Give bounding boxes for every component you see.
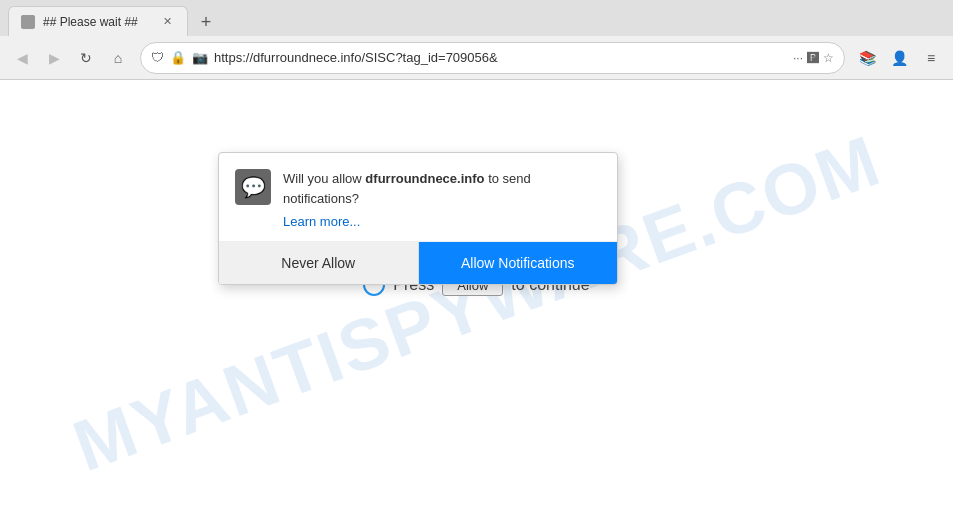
more-button[interactable]: ≡: [917, 44, 945, 72]
url-display[interactable]: https://dfurroundnece.info/SISC?tag_id=7…: [214, 50, 787, 65]
forward-button[interactable]: ▶: [40, 44, 68, 72]
new-tab-button[interactable]: +: [192, 8, 220, 36]
popup-chat-icon: 💬: [235, 169, 271, 205]
library-button[interactable]: 📚: [853, 44, 881, 72]
star-icon[interactable]: ☆: [823, 51, 834, 65]
lock-icon: 🔒: [170, 50, 186, 65]
popup-text-area: Will you allow dfurroundnece.info to sen…: [283, 169, 601, 229]
tab-title: ## Please wait ##: [43, 15, 151, 29]
security-icon: 🛡: [151, 50, 164, 65]
toolbar-right-icons: 📚 👤 ≡: [853, 44, 945, 72]
page-content: MYANTISPYWARE.COM ✓ Analyzing browser in…: [0, 80, 953, 525]
never-allow-button[interactable]: Never Allow: [219, 242, 419, 284]
back-button[interactable]: ◀: [8, 44, 36, 72]
tab-bar: ## Please wait ## ✕ +: [0, 0, 953, 36]
browser-window: ## Please wait ## ✕ + ◀ ▶ ↻ ⌂ 🛡 🔒 📷 http…: [0, 0, 953, 525]
pocket-icon[interactable]: 🅿: [807, 51, 819, 65]
home-button[interactable]: ⌂: [104, 44, 132, 72]
notification-popup: 💬 Will you allow dfurroundnece.info to s…: [218, 152, 618, 285]
popup-body: 💬 Will you allow dfurroundnece.info to s…: [219, 153, 617, 241]
active-tab[interactable]: ## Please wait ## ✕: [8, 6, 188, 36]
toolbar: ◀ ▶ ↻ ⌂ 🛡 🔒 📷 https://dfurroundnece.info…: [0, 36, 953, 80]
popup-question-prefix: Will you allow: [283, 171, 365, 186]
sync-button[interactable]: 👤: [885, 44, 913, 72]
address-bar-icons: ··· 🅿 ☆: [793, 51, 834, 65]
tab-close-button[interactable]: ✕: [159, 14, 175, 30]
tab-favicon: [21, 15, 35, 29]
address-bar[interactable]: 🛡 🔒 📷 https://dfurroundnece.info/SISC?ta…: [140, 42, 845, 74]
popup-buttons: Never Allow Allow Notifications: [219, 241, 617, 284]
popup-domain: dfurroundnece.info: [365, 171, 484, 186]
ellipsis-icon[interactable]: ···: [793, 51, 803, 65]
learn-more-link[interactable]: Learn more...: [283, 214, 601, 229]
allow-notifications-button[interactable]: Allow Notifications: [419, 242, 618, 284]
camera-icon: 📷: [192, 50, 208, 65]
reload-button[interactable]: ↻: [72, 44, 100, 72]
popup-question: Will you allow dfurroundnece.info to sen…: [283, 169, 601, 208]
